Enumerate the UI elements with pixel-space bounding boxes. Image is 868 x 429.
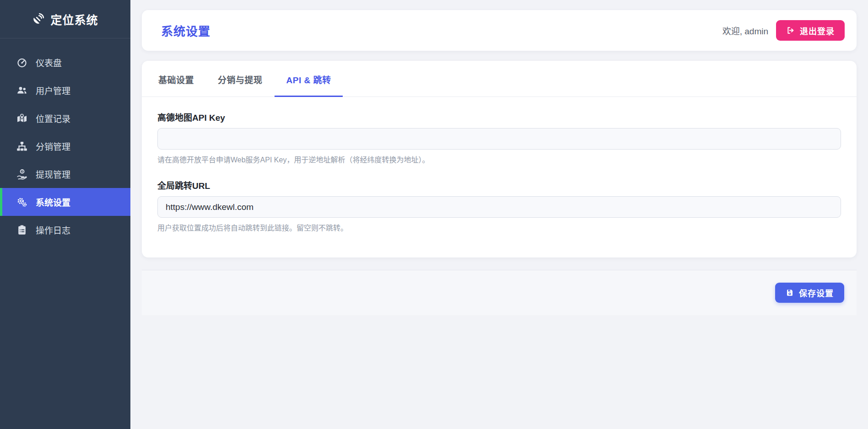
redirect-url-group: 全局跳转URL 用户获取位置成功后将自动跳转到此链接。留空则不跳转。	[157, 179, 841, 233]
sidebar-item-distribution[interactable]: 分销管理	[0, 132, 130, 160]
sidebar-item-dashboard[interactable]: 仪表盘	[0, 48, 130, 76]
sidebar-item-label: 操作日志	[36, 224, 70, 236]
save-label: 保存设置	[799, 287, 834, 299]
amap-api-key-label: 高德地图API Key	[157, 111, 841, 123]
redirect-url-label: 全局跳转URL	[157, 179, 841, 191]
welcome-text: 欢迎, admin	[722, 24, 768, 37]
cogs-icon	[16, 197, 28, 208]
sidebar-menu: 仪表盘 用户管理	[0, 38, 130, 244]
sitemap-icon	[16, 141, 28, 152]
sidebar-item-locations[interactable]: 位置记录	[0, 104, 130, 132]
logout-label: 退出登录	[800, 25, 835, 37]
settings-card: 基础设置 分销与提现 API & 跳转 高德地图API Key 请在高德开放平台…	[142, 61, 857, 257]
map-marked-icon	[16, 113, 28, 124]
sidebar-item-label: 用户管理	[36, 84, 70, 97]
logout-button[interactable]: 退出登录	[776, 20, 845, 41]
form-footer: 保存设置	[142, 270, 857, 315]
app-root: 定位系统 仪表盘	[0, 0, 868, 429]
sidebar-item-label: 系统设置	[36, 196, 70, 208]
page-header: 系统设置 欢迎, admin 退出登录	[142, 10, 857, 51]
sidebar-item-label: 分销管理	[36, 140, 70, 152]
hand-holding-dollar-icon	[16, 169, 28, 180]
amap-api-key-group: 高德地图API Key 请在高德开放平台申请Web服务API Key，用于逆地址…	[157, 111, 841, 165]
tab-distribution-withdraw[interactable]: 分销与提现	[206, 61, 275, 97]
tab-api-redirect[interactable]: API & 跳转	[275, 61, 343, 97]
sidebar-item-withdrawals[interactable]: 提现管理	[0, 160, 130, 188]
tab-bar: 基础设置 分销与提现 API & 跳转	[142, 61, 857, 97]
sidebar-item-logs[interactable]: 操作日志	[0, 216, 130, 244]
sidebar-item-label: 提现管理	[36, 168, 70, 180]
amap-api-key-hint: 请在高德开放平台申请Web服务API Key，用于逆地址解析（将经纬度转换为地址…	[157, 154, 841, 165]
save-icon	[786, 289, 794, 297]
sidebar: 定位系统 仪表盘	[0, 0, 130, 429]
redirect-url-input[interactable]	[157, 196, 841, 218]
app-logo: 定位系统	[0, 0, 130, 38]
header-actions: 欢迎, admin 退出登录	[722, 20, 845, 41]
amap-api-key-input[interactable]	[157, 128, 841, 150]
tab-basic-settings[interactable]: 基础设置	[146, 61, 206, 97]
sidebar-item-label: 仪表盘	[36, 56, 62, 69]
sidebar-item-label: 位置记录	[36, 112, 70, 124]
sidebar-item-users[interactable]: 用户管理	[0, 76, 130, 104]
main-content: 系统设置 欢迎, admin 退出登录 基础设置	[130, 0, 868, 429]
redirect-url-hint: 用户获取位置成功后将自动跳转到此链接。留空则不跳转。	[157, 222, 841, 233]
page-title: 系统设置	[161, 22, 210, 39]
sidebar-item-settings[interactable]: 系统设置	[0, 188, 130, 216]
save-settings-button[interactable]: 保存设置	[775, 283, 844, 303]
sign-out-icon	[786, 26, 795, 35]
settings-form: 高德地图API Key 请在高德开放平台申请Web服务API Key，用于逆地址…	[142, 97, 857, 257]
gauge-icon	[16, 57, 28, 68]
clipboard-list-icon	[16, 225, 28, 236]
satellite-dish-icon	[32, 13, 44, 25]
app-title: 定位系统	[50, 11, 98, 27]
users-icon	[16, 85, 28, 96]
